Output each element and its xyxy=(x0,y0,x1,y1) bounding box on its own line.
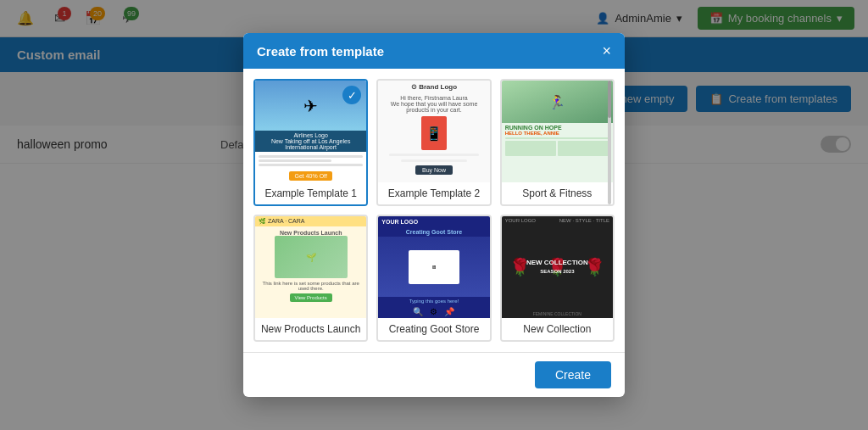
template-card-3[interactable]: 🏃‍♀️ RUNNING ON HOPE HELLO THERE, ANNIE xyxy=(500,79,615,206)
template-1-name: Example Template 1 xyxy=(255,182,366,204)
modal-overlay: Create from template × ✈ Airlines LogoNe… xyxy=(0,0,868,430)
template-4-name: New Products Launch xyxy=(255,318,366,340)
template-2-name: Example Template 2 xyxy=(378,182,489,204)
template-3-name: Sport & Fitness xyxy=(502,182,613,204)
template-card-6[interactable]: YOUR LOGONEW · STYLE · TITLE 🌹 🌹 🌹 NEW C… xyxy=(500,215,615,342)
template-5-name: Creating Goot Store xyxy=(378,318,489,340)
modal-header: Create from template × xyxy=(243,33,625,69)
template-card-1[interactable]: ✈ Airlines LogoNew Taking off at Los Ang… xyxy=(253,79,368,206)
template-6-name: New Collection xyxy=(502,318,613,340)
template-card-4[interactable]: 🌿 ZARA · CARA New Products Launch 🌱 This… xyxy=(253,215,368,342)
template-card-5[interactable]: YOUR LOGO Creating Goot Store 🖥 Typing t… xyxy=(376,215,491,342)
modal-create-button[interactable]: Create xyxy=(535,361,611,388)
create-template-modal: Create from template × ✈ Airlines LogoNe… xyxy=(243,33,625,397)
templates-grid: ✈ Airlines LogoNew Taking off at Los Ang… xyxy=(253,79,615,342)
modal-close-button[interactable]: × xyxy=(602,43,611,59)
template-card-2[interactable]: ⊙ Brand Logo Hi there, Firstnama LauraWe… xyxy=(376,79,491,206)
modal-body[interactable]: ✈ Airlines LogoNew Taking off at Los Ang… xyxy=(243,69,625,352)
scrollbar[interactable] xyxy=(608,81,611,204)
modal-footer: Create xyxy=(243,352,625,397)
modal-title: Create from template xyxy=(257,44,384,59)
